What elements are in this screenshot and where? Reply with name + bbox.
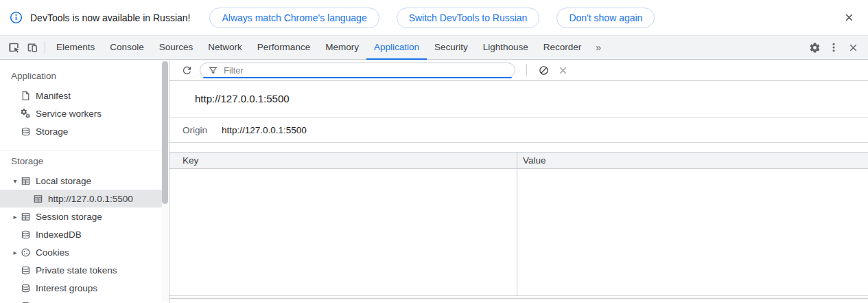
sidebar-item-storage[interactable]: Storage xyxy=(0,122,162,140)
delete-selected-button[interactable] xyxy=(553,60,572,80)
tab-security[interactable]: Security xyxy=(427,36,476,60)
tree-expander-icon[interactable]: ▾ xyxy=(10,177,21,185)
infobar-message: DevTools is now available in Russian! xyxy=(30,12,190,23)
tree-expander-icon[interactable]: ▸ xyxy=(10,249,21,256)
language-infobar: DevTools is now available in Russian! Al… xyxy=(0,0,868,36)
tree-expander-icon[interactable]: ▸ xyxy=(10,213,21,221)
cookie-icon xyxy=(21,247,31,258)
device-toolbar-button[interactable] xyxy=(23,38,41,57)
tab-sources[interactable]: Sources xyxy=(152,36,201,60)
column-header-key[interactable]: Key xyxy=(169,153,517,168)
application-sidebar: Application Manifest Service workers Sto… xyxy=(0,60,169,303)
filter-input[interactable] xyxy=(224,65,506,76)
storage-items-toolbar xyxy=(169,60,868,81)
key-column-area xyxy=(169,169,517,295)
sidebar-item-label: Cookies xyxy=(36,247,69,258)
scrollbar-thumb[interactable] xyxy=(162,61,168,204)
origin-row: Origin http://127.0.0.1:5500 xyxy=(169,118,868,143)
sidebar-item-private-state-tokens[interactable]: Private state tokens xyxy=(0,261,162,279)
table-body-empty[interactable] xyxy=(169,169,868,296)
sidebar-section-title-storage: Storage xyxy=(0,150,169,172)
tab-memory[interactable]: Memory xyxy=(318,36,366,60)
table-icon xyxy=(21,212,31,222)
sidebar-item-label: Manifest xyxy=(36,91,71,101)
clear-all-icon xyxy=(539,65,549,76)
sidebar-item-label: Shared storage xyxy=(36,301,99,303)
sidebar-item-local-storage[interactable]: ▾ Local storage xyxy=(0,172,162,190)
inspect-element-button[interactable] xyxy=(4,38,23,57)
table-header-row: Key Value xyxy=(169,153,868,169)
sidebar-item-service-workers[interactable]: Service workers xyxy=(0,104,162,122)
switch-to-russian-button[interactable]: Switch DevTools to Russian xyxy=(397,8,540,28)
sidebar-item-label: Session storage xyxy=(36,212,102,222)
sidebar-item-local-storage-origin[interactable]: http://127.0.0.1:5500 xyxy=(0,190,162,207)
column-header-value[interactable]: Value xyxy=(517,153,868,168)
refresh-button[interactable] xyxy=(178,61,196,79)
origin-value: http://127.0.0.1:5500 xyxy=(222,125,307,135)
tab-recorder[interactable]: Recorder xyxy=(536,36,589,60)
local-storage-pane: http://127.0.0.1:5500 Origin http://127.… xyxy=(169,60,868,303)
storage-origin-title: http://127.0.0.1:5500 xyxy=(169,81,868,118)
database-icon xyxy=(21,126,31,137)
sidebar-item-label: Local storage xyxy=(36,176,91,186)
tab-network[interactable]: Network xyxy=(200,36,250,60)
more-options-icon xyxy=(828,42,839,53)
tab-application[interactable]: Application xyxy=(366,36,427,60)
document-icon xyxy=(21,91,31,101)
sidebar-item-label: Private state tokens xyxy=(36,265,117,276)
database-icon xyxy=(21,283,31,293)
toolbar-separator xyxy=(45,41,45,54)
sidebar-item-label: http://127.0.0.1:5500 xyxy=(48,194,133,204)
refresh-icon xyxy=(181,65,193,76)
tab-performance[interactable]: Performance xyxy=(250,36,318,60)
match-language-button[interactable]: Always match Chrome's language xyxy=(209,8,379,28)
sidebar-item-label: Storage xyxy=(36,126,68,137)
sidebar-item-label: Service workers xyxy=(36,109,102,119)
sidebar-item-session-storage[interactable]: ▸ Session storage xyxy=(0,207,162,225)
devtools-toolbar: Elements Console Sources Network Perform… xyxy=(0,36,868,60)
sidebar-item-cookies[interactable]: ▸ Cookies xyxy=(0,243,162,261)
sidebar-item-interest-groups[interactable]: Interest groups xyxy=(0,279,162,297)
service-worker-icon xyxy=(21,109,31,119)
info-icon xyxy=(10,11,23,24)
settings-button[interactable] xyxy=(805,38,824,57)
tab-console[interactable]: Console xyxy=(102,36,152,60)
database-icon xyxy=(21,229,31,240)
sidebar-item-label: Interest groups xyxy=(36,283,97,293)
table-icon xyxy=(33,194,43,204)
sidebar-item-shared-storage[interactable]: ▸ Shared storage xyxy=(0,297,162,303)
device-toolbar-icon xyxy=(26,41,38,54)
storage-items-table: Key Value xyxy=(169,152,868,296)
devtools-close-button[interactable] xyxy=(843,38,863,57)
sidebar-item-indexeddb[interactable]: IndexedDB xyxy=(0,225,162,243)
application-panel: Application Manifest Service workers Sto… xyxy=(0,60,868,303)
clear-all-button[interactable] xyxy=(534,60,553,80)
filter-box[interactable] xyxy=(200,63,515,78)
settings-gear-icon xyxy=(809,42,821,54)
infobar-close-button[interactable] xyxy=(839,8,858,27)
inspect-element-icon xyxy=(8,41,20,54)
devtools-window: DevTools is now available in Russian! Al… xyxy=(0,0,868,303)
database-icon xyxy=(21,265,31,276)
dont-show-again-button[interactable]: Don't show again xyxy=(556,8,655,28)
more-tabs-button[interactable]: » xyxy=(589,42,608,53)
toolbar-right-actions xyxy=(805,38,868,57)
table-icon xyxy=(21,176,31,186)
funnel-icon xyxy=(209,66,218,75)
preview-pane-divider xyxy=(169,298,868,299)
close-icon xyxy=(844,12,854,23)
tab-lighthouse[interactable]: Lighthouse xyxy=(476,36,536,60)
delete-icon xyxy=(558,65,568,76)
origin-label: Origin xyxy=(183,125,207,135)
tab-elements[interactable]: Elements xyxy=(49,36,102,60)
sidebar-scrollbar xyxy=(162,61,168,302)
database-icon xyxy=(21,301,31,303)
sidebar-item-manifest[interactable]: Manifest xyxy=(0,87,162,104)
more-options-button[interactable] xyxy=(824,38,843,57)
sidebar-section-title-application: Application xyxy=(0,65,169,87)
sidebar-section-storage: Storage ▾ Local storage http://127.0.0.1… xyxy=(0,150,169,303)
close-icon xyxy=(848,43,858,53)
value-column-area xyxy=(517,169,868,295)
sidebar-item-label: IndexedDB xyxy=(36,229,82,240)
toolbar-separator xyxy=(526,64,527,76)
